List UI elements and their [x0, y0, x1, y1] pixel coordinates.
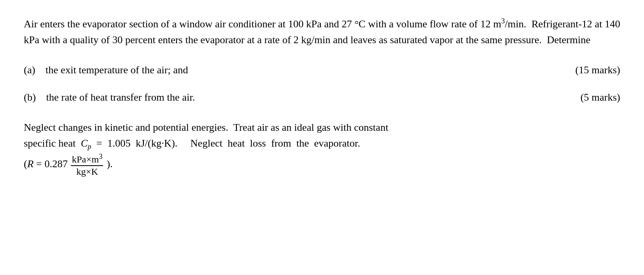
part-b-row: (b) the rate of heat transfer from the a… — [24, 90, 620, 105]
notes-line3: (R = 0.287 kPa×m3 kg×K ). — [24, 158, 113, 170]
part-b-label: (b) — [24, 92, 44, 103]
intro-paragraph: Air enters the evaporator section of a w… — [24, 16, 620, 48]
notes-paragraph: Neglect changes in kinetic and potential… — [24, 120, 620, 178]
fraction-denominator: kg×K — [75, 166, 99, 178]
problem-container: Air enters the evaporator section of a w… — [24, 16, 620, 178]
parts-container: (a) the exit temperature of the air; and… — [24, 62, 620, 105]
part-a-text: (a) the exit temperature of the air; and — [24, 62, 560, 78]
part-a-marks: (15 marks) — [575, 62, 620, 78]
part-a-row: (a) the exit temperature of the air; and… — [24, 62, 620, 78]
part-a-description: the exit temperature of the air; and — [46, 64, 188, 76]
r-symbol: R — [27, 158, 34, 170]
fraction-numerator: kPa×m3 — [71, 153, 103, 166]
cp-symbol: Cp — [81, 138, 91, 149]
part-b-description: the rate of heat transfer from the air. — [46, 92, 195, 103]
notes-line2: specific heat Cp = 1.005 kJ/(kg·K). Negl… — [24, 138, 360, 149]
part-b-marks: (5 marks) — [581, 90, 620, 105]
notes-line1: Neglect changes in kinetic and potential… — [24, 122, 388, 133]
intro-text: Air enters the evaporator section of a w… — [24, 18, 620, 46]
part-a-label: (a) — [24, 64, 43, 76]
r-fraction: kPa×m3 kg×K — [71, 153, 103, 178]
part-b-text: (b) the rate of heat transfer from the a… — [24, 90, 565, 105]
